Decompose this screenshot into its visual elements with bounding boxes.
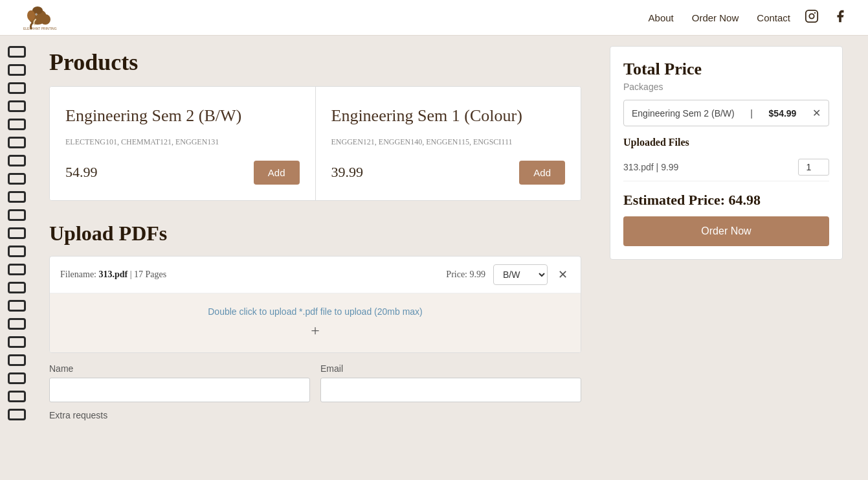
- spiral-ring: [8, 155, 26, 166]
- sidebar-file-row: 313.pdf | 9.99: [623, 154, 829, 181]
- spiral-ring: [8, 209, 26, 221]
- spiral-ring: [8, 372, 26, 384]
- svg-point-9: [814, 12, 816, 13]
- drop-zone[interactable]: Double click to upload *.pdf file to upl…: [50, 293, 581, 352]
- svg-point-8: [809, 14, 814, 18]
- product-2-subjects: ENGGEN121, ENGGEN140, ENGGEN115, ENGSCI1…: [331, 136, 566, 148]
- svg-point-3: [27, 10, 35, 21]
- file-label-prefix: Filename:: [60, 269, 99, 279]
- spiral-binding: [0, 36, 34, 480]
- order-now-button[interactable]: Order Now: [623, 216, 829, 246]
- spiral-ring: [8, 336, 26, 348]
- spiral-ring: [8, 64, 26, 76]
- spiral-ring: [8, 191, 26, 203]
- drop-zone-plus-icon: +: [60, 322, 570, 339]
- file-pages: 17 Pages: [134, 269, 166, 279]
- extra-label: Extra requests: [49, 410, 581, 420]
- total-title: Total Price: [623, 60, 829, 79]
- svg-text:ELEPHANT PRINTING: ELEPHANT PRINTING: [23, 27, 57, 30]
- nav-contact[interactable]: Contact: [757, 12, 790, 23]
- spiral-ring: [8, 100, 26, 112]
- sidebar-file-name: 313.pdf | 9.99: [623, 162, 678, 172]
- name-label: Name: [49, 363, 310, 374]
- product-1-subjects: ELECTENG101, CHEMMAT121, ENGGEN131: [65, 136, 300, 148]
- product-1-title: Engineering Sem 2 (B/W): [65, 105, 300, 127]
- nav-order-now[interactable]: Order Now: [692, 12, 739, 23]
- email-label: Email: [320, 363, 581, 374]
- estimated-price: Estimated Price: 64.98: [623, 192, 829, 209]
- spiral-ring: [8, 173, 26, 185]
- svg-point-5: [36, 14, 37, 15]
- spiral-ring: [8, 264, 26, 275]
- spiral-ring: [8, 137, 26, 148]
- spiral-ring: [8, 82, 26, 94]
- spiral-ring: [8, 227, 26, 239]
- uploaded-files-title: Uploaded Files: [623, 137, 829, 148]
- drop-zone-text: Double click to upload *.pdf file to upl…: [60, 306, 570, 317]
- products-title: Products: [49, 49, 581, 76]
- product-2-price: 39.99: [331, 164, 364, 181]
- main-content: Products Engineering Sem 2 (B/W) ELECTEN…: [34, 36, 597, 480]
- packages-label: Packages: [623, 82, 829, 92]
- product-card-eng-sem2-bw: Engineering Sem 2 (B/W) ELECTENG101, CHE…: [50, 87, 316, 200]
- file-info: Filename: 313.pdf | 17 Pages: [60, 269, 438, 280]
- name-email-row: Name Email: [49, 363, 581, 402]
- spiral-ring: [8, 246, 26, 257]
- products-grid: Engineering Sem 2 (B/W) ELECTENG101, CHE…: [49, 86, 581, 201]
- svg-rect-7: [806, 10, 818, 21]
- product-2-add-button[interactable]: Add: [519, 161, 565, 185]
- instagram-icon[interactable]: [805, 9, 819, 27]
- package-price: $54.99: [769, 108, 797, 119]
- remove-file-button[interactable]: ✕: [555, 268, 570, 282]
- product-1-add-button[interactable]: Add: [254, 161, 300, 185]
- product-card-eng-sem1-colour: Engineering Sem 1 (Colour) ENGGEN121, EN…: [316, 87, 581, 200]
- logo[interactable]: ELEPHANT PRINTING: [21, 5, 60, 30]
- total-card: Total Price Packages Engineering Sem 2 (…: [610, 46, 843, 260]
- spiral-ring: [8, 354, 26, 366]
- email-group: Email: [320, 363, 581, 402]
- spiral-ring: [8, 409, 26, 420]
- product-1-price: 54.99: [65, 164, 98, 181]
- spiral-ring: [8, 119, 26, 130]
- name-input[interactable]: [49, 378, 310, 402]
- spiral-ring: [8, 318, 26, 330]
- package-remove-button[interactable]: ✕: [812, 107, 821, 119]
- spiral-ring: [8, 391, 26, 402]
- uploaded-file-row: Filename: 313.pdf | 17 Pages Price: 9.99…: [50, 257, 581, 293]
- product-2-title: Engineering Sem 1 (Colour): [331, 105, 566, 127]
- file-filename: 313.pdf: [99, 269, 128, 279]
- spiral-ring: [8, 300, 26, 312]
- spiral-ring: [8, 46, 26, 58]
- upload-area: Filename: 313.pdf | 17 Pages Price: 9.99…: [49, 256, 581, 353]
- package-name: Engineering Sem 2 (B/W): [632, 108, 735, 119]
- sidebar-file-qty-input[interactable]: [798, 159, 829, 176]
- facebook-icon[interactable]: [833, 9, 847, 27]
- file-price: Price: 9.99: [446, 269, 485, 280]
- nav-about[interactable]: About: [649, 12, 674, 23]
- page-body: Products Engineering Sem 2 (B/W) ELECTEN…: [0, 36, 868, 480]
- spiral-ring: [8, 282, 26, 293]
- navbar: ELEPHANT PRINTING About Order Now Contac…: [0, 0, 868, 36]
- svg-point-1: [40, 14, 50, 25]
- name-group: Name: [49, 363, 310, 402]
- product-2-footer: 39.99 Add: [331, 161, 566, 185]
- product-1-footer: 54.99 Add: [65, 161, 300, 185]
- sidebar: Total Price Packages Engineering Sem 2 (…: [597, 36, 856, 480]
- package-tag: Engineering Sem 2 (B/W) | $54.99 ✕: [623, 100, 829, 126]
- bw-colour-select[interactable]: B/W Colour: [493, 264, 548, 285]
- upload-title: Upload PDFs: [49, 222, 581, 246]
- email-input[interactable]: [320, 378, 581, 402]
